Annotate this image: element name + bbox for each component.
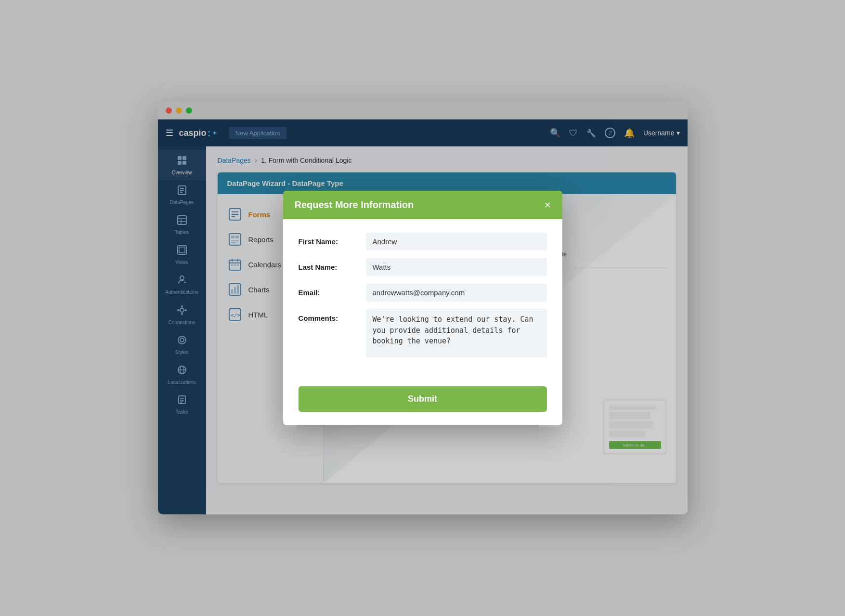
comments-input[interactable]: We're looking to extend our stay. Can yo…	[366, 309, 547, 357]
first-name-row: First Name:	[299, 233, 547, 250]
modal-body: First Name: Last Name: Email: Comments: …	[283, 219, 562, 379]
modal-close-button[interactable]: ×	[545, 200, 551, 210]
last-name-label: Last Name:	[299, 258, 366, 271]
comments-label: Comments:	[299, 309, 366, 322]
last-name-input[interactable]	[366, 258, 547, 276]
last-name-row: Last Name:	[299, 258, 547, 276]
modal-footer: Submit	[283, 379, 562, 425]
email-row: Email:	[299, 284, 547, 301]
email-label: Email:	[299, 284, 366, 297]
modal-title: Request More Information	[295, 199, 414, 210]
email-input[interactable]	[366, 284, 547, 301]
modal: Request More Information × First Name: L…	[283, 191, 562, 425]
submit-button[interactable]: Submit	[299, 386, 547, 412]
first-name-input[interactable]	[366, 233, 547, 250]
comments-row: Comments: We're looking to extend our st…	[299, 309, 547, 357]
first-name-label: First Name:	[299, 233, 366, 246]
modal-overlay[interactable]: Request More Information × First Name: L…	[0, 0, 845, 616]
modal-header: Request More Information ×	[283, 191, 562, 219]
